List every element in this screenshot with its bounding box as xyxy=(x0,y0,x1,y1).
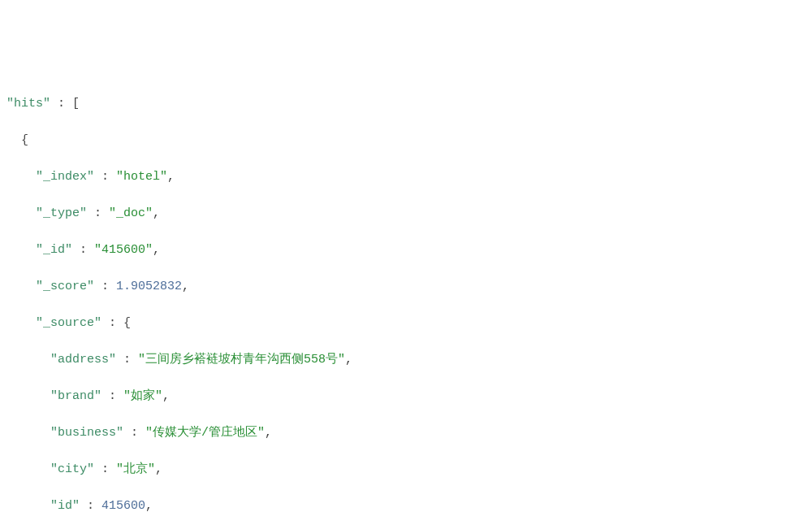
key-address: "address" xyxy=(50,353,116,367)
code-line: "_score" : 1.9052832, xyxy=(6,278,806,297)
key-source: "_source" xyxy=(36,316,102,330)
code-line: { xyxy=(6,132,806,150)
key-score: "_score" xyxy=(36,280,94,293)
key-business: "business" xyxy=(50,426,123,440)
code-line: "id" : 415600, xyxy=(6,497,806,513)
val-idnum: 415600 xyxy=(102,499,145,513)
val-city: "北京" xyxy=(116,462,155,476)
key-type: "_type" xyxy=(36,206,87,220)
json-code-block: "hits" : [ { "_index" : "hotel", "_type"… xyxy=(6,76,806,512)
code-line: "_id" : "415600", xyxy=(6,241,806,260)
key-id: "_id" xyxy=(36,243,72,257)
val-score: 1.9052832 xyxy=(116,280,182,293)
key-brand: "brand" xyxy=(50,389,102,403)
code-line: "address" : "三间房乡褡裢坡村青年沟西侧558号", xyxy=(6,351,806,370)
code-line: "business" : "传媒大学/管庄地区", xyxy=(6,424,806,443)
val-address: "三间房乡褡裢坡村青年沟西侧558号" xyxy=(138,353,345,367)
code-line: "_source" : { xyxy=(6,315,806,333)
key-city: "city" xyxy=(50,462,94,476)
val-business: "传媒大学/管庄地区" xyxy=(145,426,265,440)
key-idnum: "id" xyxy=(50,499,80,513)
val-brand: "如家" xyxy=(123,389,162,403)
code-line: "_index" : "hotel", xyxy=(6,168,806,187)
code-line: "brand" : "如家", xyxy=(6,388,806,406)
key-index: "_index" xyxy=(36,170,94,184)
val-index: "hotel" xyxy=(116,170,167,184)
code-line: "_type" : "_doc", xyxy=(6,205,806,223)
val-type: "_doc" xyxy=(109,206,153,220)
key-hits: "hits" xyxy=(6,97,50,111)
val-id: "415600" xyxy=(94,243,153,257)
code-line: "hits" : [ xyxy=(6,95,806,114)
code-line: "city" : "北京", xyxy=(6,461,806,479)
